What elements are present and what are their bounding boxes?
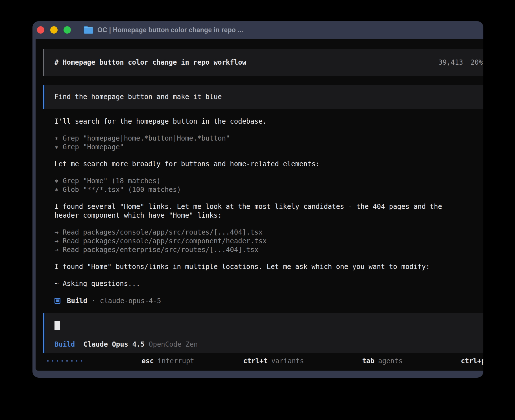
shortcut-commands: ctrl+pcommands xyxy=(412,349,483,373)
active-agent[interactable]: Build xyxy=(54,340,75,348)
shortcut-variants: ctrl+tvariants xyxy=(194,349,304,373)
tool-call: ∗ Grep "homepage|home.*button|Home.*butt… xyxy=(54,134,483,143)
folder-icon xyxy=(84,26,93,34)
tool-call: ∗ Grep "Homepage" xyxy=(54,143,483,152)
active-model[interactable]: Claude Opus 4.5 xyxy=(83,340,145,348)
tool-call: → Read packages/console/app/src/routes/[… xyxy=(54,228,483,237)
assistant-text: I'll search for the homepage button in t… xyxy=(54,117,483,126)
context-usage: 20% ($0.29) xyxy=(471,58,483,66)
window-title: OC | Homepage button color change in rep… xyxy=(97,26,243,34)
close-button[interactable] xyxy=(37,26,44,34)
status-left: escinterrupt xyxy=(47,349,194,373)
agent-attribution: Build · claude-opus-4-5 xyxy=(54,296,483,305)
spinner-dots-icon xyxy=(47,360,82,362)
token-count: 39,413 xyxy=(438,58,463,66)
agent-separator: · xyxy=(91,297,95,305)
agent-model: claude-opus-4-5 xyxy=(100,297,161,305)
window-frame: # Homepage button color change in repo w… xyxy=(32,39,483,378)
activity-status: ~ Asking questions... xyxy=(54,279,483,288)
shortcut-agents: tabagents xyxy=(313,349,402,373)
input-meta: Build Claude Opus 4.5 OpenCode Zen xyxy=(54,340,483,348)
assistant-text: I found "Home" buttons/links in multiple… xyxy=(54,262,483,271)
user-message: Find the homepage button and make it blu… xyxy=(43,85,483,109)
window-titlebar: OC | Homepage button color change in rep… xyxy=(32,21,483,39)
model-provider: OpenCode Zen xyxy=(149,340,198,348)
tool-call: ∗ Glob "**/*.tsx" (100 matches) xyxy=(54,185,483,194)
prompt-input[interactable]: Build Claude Opus 4.5 OpenCode Zen xyxy=(43,313,483,353)
user-message-text: Find the homepage button and make it blu… xyxy=(54,93,222,101)
zoom-button[interactable] xyxy=(64,26,71,34)
session-title: # Homepage button color change in repo w… xyxy=(54,58,246,66)
session-stats: 39,413 20% ($0.29) xyxy=(438,58,483,66)
assistant-text: Let me search more broadly for buttons a… xyxy=(54,160,483,169)
text-cursor xyxy=(54,321,60,330)
tool-call: ∗ Grep "Home" (18 matches) xyxy=(54,177,483,185)
tool-calls-search: ∗ Grep "Home" (18 matches) ∗ Glob "**/*.… xyxy=(54,177,483,194)
shortcut-interrupt: escinterrupt xyxy=(93,349,194,373)
status-right: ctrl+tvariants tabagents ctrl+pcommands xyxy=(194,349,483,373)
assistant-text: I found several "Home" links. Let me loo… xyxy=(54,202,483,220)
agent-build-icon xyxy=(54,298,60,304)
agent-name: Build xyxy=(67,297,87,305)
tool-call: → Read packages/enterprise/src/routes/[.… xyxy=(54,246,483,254)
tool-calls-grep: ∗ Grep "homepage|home.*button|Home.*butt… xyxy=(54,134,483,152)
status-bar: escinterrupt ctrl+tvariants tabagents ct… xyxy=(43,356,483,365)
terminal-content: # Homepage button color change in repo w… xyxy=(36,39,483,371)
session-header: # Homepage button color change in repo w… xyxy=(43,49,483,76)
minimize-button[interactable] xyxy=(50,26,58,34)
terminal-window: OC | Homepage button color change in rep… xyxy=(32,21,483,378)
conversation: I'll search for the homepage button in t… xyxy=(43,117,483,305)
tool-call: → Read packages/console/app/src/componen… xyxy=(54,237,483,246)
tool-calls-read: → Read packages/console/app/src/routes/[… xyxy=(54,228,483,254)
